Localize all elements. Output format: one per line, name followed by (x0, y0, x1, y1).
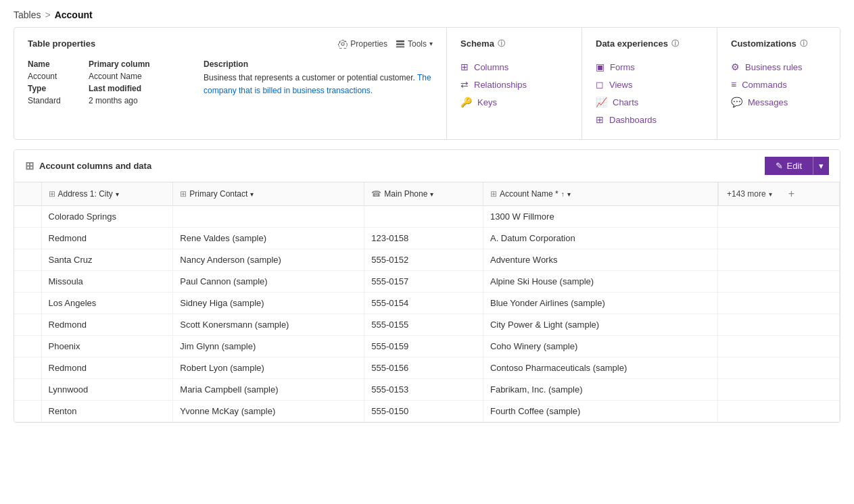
extra-cell (718, 228, 840, 249)
phone-column-header[interactable]: ☎ Main Phone ▾ (364, 182, 483, 206)
extra-cell (718, 271, 840, 293)
type-value: Standard (28, 95, 89, 107)
business-rules-label: Business rules (745, 62, 803, 72)
customizations-panel: Customizations ⓘ ⚙ Business rules ≡ Comm… (717, 28, 840, 139)
city-cell: Colorado Springs (41, 206, 173, 228)
account-cell[interactable]: City Power & Light (sample) (483, 314, 717, 336)
charts-icon: 📈 (596, 97, 607, 107)
edit-chevron-button[interactable]: ▾ (813, 157, 829, 175)
schema-info-icon[interactable]: ⓘ (498, 39, 505, 49)
extra-cell (718, 293, 840, 314)
properties-button[interactable]: Properties (338, 39, 387, 49)
customizations-info-icon[interactable]: ⓘ (800, 39, 807, 49)
business-rules-item[interactable]: ⚙ Business rules (731, 58, 826, 76)
account-cell[interactable]: Contoso Pharmaceuticals (sample) (483, 357, 717, 379)
city-col-chevron[interactable]: ▾ (116, 191, 119, 198)
contact-cell[interactable]: Jim Glynn (sample) (173, 336, 364, 357)
account-cell[interactable]: Coho Winery (sample) (483, 336, 717, 357)
contact-col-chevron[interactable]: ▾ (250, 191, 254, 198)
contact-cell[interactable]: Paul Cannon (sample) (173, 271, 364, 293)
charts-item[interactable]: 📈 Charts (596, 93, 703, 111)
table-grid-icon: ⊞ (25, 159, 34, 172)
phone-cell[interactable]: 555-0152 (364, 249, 483, 271)
contact-column-header[interactable]: ⊞ Primary Contact ▾ (173, 182, 364, 206)
row-checkbox-cell (14, 357, 41, 379)
city-cell: Redmond (41, 314, 173, 336)
last-modified-value: 2 months ago (89, 95, 197, 107)
primary-column-header: Primary column (89, 58, 197, 70)
views-item[interactable]: ◻ Views (596, 76, 703, 93)
more-columns-header: +143 more ▾ + (718, 182, 840, 206)
contact-cell[interactable]: Rene Valdes (sample) (173, 228, 364, 249)
phone-cell[interactable]: 555-0159 (364, 336, 483, 357)
contact-cell[interactable]: Robert Lyon (sample) (173, 357, 364, 379)
messages-item[interactable]: 💬 Messages (731, 93, 826, 111)
table-row: RedmondRobert Lyon (sample)555-0156Conto… (14, 357, 840, 379)
phone-col-icon: ☎ (371, 189, 381, 199)
row-checkbox-cell (14, 228, 41, 249)
table-body: Colorado Springs1300 W FillmoreRedmondRe… (14, 206, 840, 422)
contact-cell[interactable]: Maria Campbell (sample) (173, 379, 364, 401)
phone-cell[interactable]: 555-0157 (364, 271, 483, 293)
city-cell: Missoula (41, 271, 173, 293)
commands-item[interactable]: ≡ Commands (731, 76, 826, 93)
table-row: LynnwoodMaria Campbell (sample)555-0153F… (14, 379, 840, 401)
schema-relationships-item[interactable]: ⇄ Relationships (460, 76, 568, 93)
keys-icon: 🔑 (460, 97, 472, 107)
name-header: Name (28, 58, 89, 70)
account-cell[interactable]: A. Datum Corporation (483, 228, 717, 249)
table-row: Santa CruzNancy Anderson (sample)555-015… (14, 249, 840, 271)
props-grid: Name Primary column Description Account … (28, 58, 433, 107)
primary-column-value: Account Name (89, 70, 197, 82)
data-exp-info-icon[interactable]: ⓘ (671, 39, 679, 49)
tools-label: Tools (408, 39, 427, 49)
phone-col-chevron[interactable]: ▾ (430, 191, 433, 198)
row-checkbox-cell (14, 379, 41, 401)
city-cell: Phoenix (41, 336, 173, 357)
account-col-label: Account Name * (500, 189, 559, 199)
edit-button[interactable]: ✎ Edit (765, 157, 813, 175)
contact-cell[interactable]: Nancy Anderson (sample) (173, 249, 364, 271)
phone-cell[interactable]: 123-0158 (364, 228, 483, 249)
account-cell[interactable]: Adventure Works (483, 249, 717, 271)
top-section: Table properties Properties (14, 27, 840, 140)
city-cell: Redmond (41, 228, 173, 249)
more-columns-button[interactable]: +143 more ▾ (719, 184, 780, 204)
phone-cell[interactable]: 555-0153 (364, 379, 483, 401)
account-column-header[interactable]: ⊞ Account Name * ↑ ▾ (483, 182, 717, 206)
city-cell: Los Angeles (41, 293, 173, 314)
account-col-chevron[interactable]: ▾ (567, 191, 571, 198)
views-icon: ◻ (596, 79, 604, 90)
account-cell[interactable]: Fabrikam, Inc. (sample) (483, 379, 717, 401)
phone-cell[interactable]: 555-0156 (364, 357, 483, 379)
dashboards-item[interactable]: ⊞ Dashboards (596, 111, 703, 128)
schema-columns-item[interactable]: ⊞ Columns (460, 58, 568, 76)
account-cell[interactable]: Alpine Ski House (sample) (483, 271, 717, 293)
description-header: Description (197, 58, 433, 70)
contact-cell[interactable]: Sidney Higa (sample) (173, 293, 364, 314)
table-row: Los AngelesSidney Higa (sample)555-0154B… (14, 293, 840, 314)
account-sort-asc-icon: ↑ (561, 191, 565, 198)
data-table: ⊞ Address 1: City ▾ ⊞ Primary Contact ▾ … (14, 182, 840, 422)
account-cell[interactable]: Blue Yonder Airlines (sample) (483, 293, 717, 314)
extra-cell (718, 206, 840, 228)
account-cell[interactable]: Fourth Coffee (sample) (483, 401, 717, 422)
phone-cell[interactable]: 555-0155 (364, 314, 483, 336)
svg-rect-2 (396, 46, 404, 47)
phone-cell[interactable]: 555-0154 (364, 293, 483, 314)
city-cell: Renton (41, 401, 173, 422)
breadcrumb-parent[interactable]: Tables (14, 9, 41, 20)
name-value: Account (28, 70, 89, 82)
row-checkbox-cell (14, 336, 41, 357)
forms-item[interactable]: ▣ Forms (596, 58, 703, 76)
add-column-button[interactable]: + (780, 182, 803, 205)
city-column-header[interactable]: ⊞ Address 1: City ▾ (41, 182, 173, 206)
table-properties-panel: Table properties Properties (14, 28, 447, 139)
schema-keys-item[interactable]: 🔑 Keys (460, 93, 568, 111)
data-section: ⊞ Account columns and data ✎ Edit ▾ ⊞ Ad… (14, 149, 840, 423)
edit-button-group: ✎ Edit ▾ (765, 157, 829, 175)
phone-cell[interactable]: 555-0150 (364, 401, 483, 422)
contact-cell[interactable]: Yvonne McKay (sample) (173, 401, 364, 422)
table-row: RentonYvonne McKay (sample)555-0150Fourt… (14, 401, 840, 422)
tools-button[interactable]: Tools ▾ (396, 39, 433, 49)
